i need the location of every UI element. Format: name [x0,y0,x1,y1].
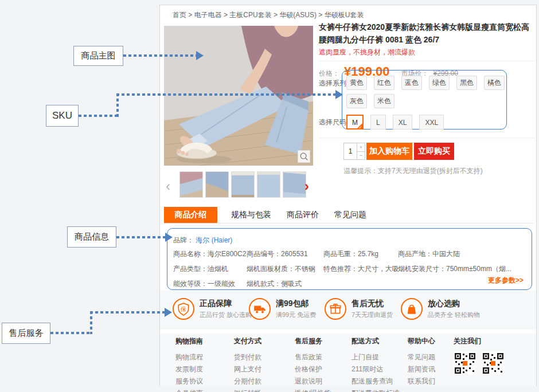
footer-col-help: 帮助中心 常见问题 新闻资讯 联系我们 [408,336,435,387]
thumbs-next-icon[interactable]: › [304,175,309,198]
annotation-after-sale: 售后服务 [2,323,50,344]
footer-link[interactable]: 银行转帐 [234,387,261,392]
more-params-link[interactable]: 更多参数>> [488,276,524,285]
size-option[interactable]: XL [393,115,413,130]
tab-spec-package[interactable]: 规格与包装 [229,210,273,220]
annotation-product-info: 商品信息 [67,226,116,248]
footer-link[interactable]: 联系我们 [408,375,435,387]
tab-reviews[interactable]: 商品评价 [285,210,321,220]
arrow-right-icon [196,51,204,60]
footer-link[interactable]: 购物流程 [175,351,203,363]
color-swatch[interactable]: 米色 [374,94,395,108]
color-swatch[interactable]: 灰色 [346,94,367,108]
brand-row: 品牌： 海尔 (Haier) [173,236,232,245]
info-field: 商品编号：2605531 [247,249,323,259]
bag-icon [401,298,423,320]
thumbnail-4[interactable] [257,171,280,198]
qr-code-2 [482,352,505,375]
footer-link[interactable]: 返修/退换货 [295,387,331,392]
thumbnail-3[interactable] [231,171,255,198]
price-label: 价格： [319,69,339,79]
footer-link[interactable]: 价格保护 [295,363,331,375]
footer-link[interactable]: 上门自提 [351,351,400,363]
thumbnail-5[interactable] [283,171,306,198]
service-desc: 正品行货 放心选购 [200,311,252,319]
color-swatch-row-1: 黄色 红色 蓝色 绿色 黑色 橘色 [346,76,505,90]
annotation-arrow-line [116,236,165,238]
divider [319,138,534,138]
footer-link[interactable]: 配送费收取标准 [351,387,400,392]
brand-label: 品牌： [173,236,194,244]
footer-col-title: 配送方式 [351,336,400,346]
footer-col-title: 购物指南 [175,336,203,346]
color-swatch[interactable]: 红色 [374,76,395,90]
color-swatch[interactable]: 蓝色 [401,76,422,90]
buy-now-button[interactable]: 立即购买 [414,143,454,160]
zoom-button[interactable] [298,150,310,163]
footer-link[interactable]: 售后政策 [295,351,331,363]
annotation-arrow-line [50,332,92,334]
product-photo-illustration [164,26,313,166]
annotation-main-image: 商品主图 [73,46,123,66]
service-desc: 满99元 免运费 [276,311,316,319]
footer-link[interactable]: 发票制度 [175,363,203,375]
product-page-panel: 首页 > 电子电器 > 主板CPU套装 > 华硕(ASUS) > 华硕板U套装 [159,5,537,386]
color-swatch-row-2: 灰色 米色 [346,94,395,108]
thumbnail-2[interactable] [205,171,229,198]
arrow-right-icon [335,90,343,99]
quantity-plus-icon[interactable]: + [357,143,365,152]
color-swatch[interactable]: 绿色 [429,76,450,90]
footer-link[interactable]: 网上支付 [234,363,261,375]
size-option[interactable]: XXL [419,115,444,130]
size-option[interactable]: L [370,115,386,130]
info-field: 商品产地：中国大陆 [398,249,527,259]
arrow-right-icon [165,233,173,242]
annotation-arrow-line [116,93,335,96]
thumbnail-1[interactable] [179,171,203,198]
footer-link[interactable]: 211限时达 [351,363,400,375]
color-swatch[interactable]: 橘色 [484,76,505,90]
footer-col-guide: 购物指南 购物流程 发票制度 服务协议 会员优惠 [175,336,203,392]
footer-link[interactable]: 会员优惠 [175,387,203,392]
size-option-selected[interactable]: M✓ [346,115,364,130]
footer-link[interactable]: 新闻资讯 [408,363,435,375]
tab-faq[interactable]: 常见问题 [333,210,368,220]
color-swatch[interactable]: 黄色 [346,76,367,90]
service-title: 售后无忧 [351,299,393,309]
warm-tip: 温馨提示：支持7天无理由退货(拆封后不支持) [343,166,483,176]
qr-row [454,352,505,375]
product-main-image[interactable] [164,26,313,166]
footer-link[interactable]: 服务协议 [175,375,203,387]
color-swatch[interactable]: 黑色 [456,76,477,90]
footer-col-aftersale: 售后服务 售后政策 价格保护 退款说明 返修/退换货 取消订单 [295,336,331,392]
divider [319,61,534,61]
service-title: 正品保障 [200,299,252,309]
shield-icon: 保 [173,298,194,320]
service-title: 放心选购 [428,299,480,309]
annotation-arrow-line [79,115,119,117]
annotation-arrow-line [116,93,119,117]
service-item-shipping: 满99包邮满99元 免运费 [249,298,316,320]
brand-link[interactable]: 海尔 (Haier) [196,236,232,244]
footer-link[interactable]: 配送服务查询 [351,375,400,387]
footer-col-payment: 支付方式 货到付款 网上支付 分期付款 银行转帐 [234,336,261,392]
add-to-cart-button[interactable]: 加入购物车 [366,143,412,160]
footer-link[interactable]: 退款说明 [295,375,331,387]
footer-link[interactable]: 常见问题 [408,351,435,363]
truck-icon [249,298,271,320]
breadcrumb[interactable]: 首页 > 电子电器 > 主板CPU套装 > 华硕(ASUS) > 华硕板U套装 [173,10,364,20]
footer-col-title: 售后服务 [295,336,331,346]
qr-code-1 [454,352,476,375]
quantity-minus-icon[interactable]: − [357,152,365,160]
quantity-stepper[interactable]: 1 + − [343,143,365,160]
footer-link[interactable]: 分期付款 [234,375,261,387]
magnifier-icon [299,152,308,161]
footer-link[interactable]: 货到付款 [234,351,261,363]
thumbs-prev-icon[interactable]: ‹ [166,175,170,198]
tab-product-intro[interactable]: 商品介绍 [164,207,217,223]
quantity-value[interactable]: 1 [344,143,357,159]
footer-col-follow: 关注我们 [454,336,505,375]
info-field: 烟机面板材质：不锈钢 [247,264,323,274]
info-field: 特色推荐：大尺寸，大吸力，静音... [323,264,398,274]
annotation-arrow-line [90,311,165,313]
